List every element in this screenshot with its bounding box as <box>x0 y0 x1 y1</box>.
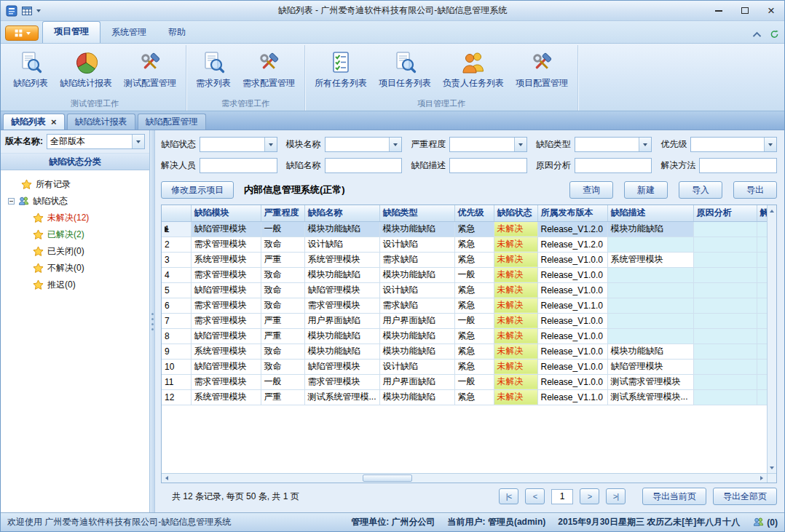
grid-cell[interactable]: 致命 <box>261 298 304 313</box>
grid-row-3[interactable]: 3系统管理模块严重系统管理模块需求缺陷紧急未解决Release_V1.0.0系统… <box>162 252 767 267</box>
filter-priority-combo[interactable] <box>690 137 777 152</box>
grid-column-header[interactable]: 解决方法 <box>757 205 767 221</box>
grid-cell[interactable]: 设计缺陷 <box>379 359 454 374</box>
grid-cell[interactable]: 设计缺陷 <box>379 237 454 252</box>
filter-solution-input[interactable] <box>699 158 777 173</box>
grid-cell[interactable] <box>693 267 757 282</box>
tree-item-postponed[interactable]: 推迟(0) <box>2 277 148 293</box>
grid-cell[interactable] <box>693 252 757 267</box>
scroll-down-icon[interactable] <box>767 464 777 472</box>
dropdown-icon[interactable] <box>264 138 277 151</box>
grid-row-7[interactable]: 7需求管理模块严重用户界面缺陷用户界面缺陷一般未解决Release_V1.0.0 <box>162 313 767 328</box>
grid-cell[interactable] <box>757 252 767 267</box>
grid-cell[interactable]: 需求管理模块 <box>191 313 261 328</box>
grid-column-header[interactable]: 严重程度 <box>261 205 304 221</box>
collapse-ribbon-icon[interactable] <box>752 30 762 39</box>
grid-cell[interactable] <box>607 298 693 313</box>
prev-page-button[interactable]: < <box>525 488 545 504</box>
ribbon-button-req-list[interactable]: 需求列表 <box>191 47 236 92</box>
filter-defect-desc-input[interactable] <box>449 158 527 173</box>
grid-cell[interactable] <box>757 328 767 344</box>
grid-cell[interactable] <box>607 267 693 282</box>
grid-cell[interactable]: 模块功能缺陷 <box>379 389 454 405</box>
grid-cell[interactable]: 紧急 <box>454 221 494 237</box>
grid-cell[interactable]: 模块功能缺陷 <box>607 344 693 359</box>
filter-severity-combo[interactable] <box>449 137 527 152</box>
export-current-page-button[interactable]: 导出当前页 <box>642 488 706 505</box>
grid-cell[interactable]: 紧急 <box>454 359 494 374</box>
ribbon-button-owner-tasks[interactable]: 负责人任务列表 <box>438 47 509 92</box>
grid-cell[interactable]: 系统管理模块 <box>304 252 379 267</box>
grid-cell[interactable]: 紧急 <box>454 252 494 267</box>
tree-item-all-records[interactable]: 所有记录 <box>2 176 148 193</box>
doc-tab-defect-config[interactable]: 缺陷配置管理 <box>138 114 206 130</box>
grid-cell[interactable]: 未解决 <box>494 267 537 282</box>
row-number-cell[interactable]: 6 <box>162 298 191 313</box>
grid-cell[interactable]: 用户界面缺陷 <box>379 374 454 389</box>
row-number-cell[interactable]: 4 <box>162 267 191 282</box>
grid-cell[interactable]: Release_V1.2.0 <box>537 237 607 252</box>
ribbon-tab-project-mgmt[interactable]: 项目管理 <box>42 21 100 43</box>
filter-defect-type-combo[interactable] <box>575 137 652 152</box>
grid-cell[interactable]: 模块功能缺陷 <box>304 267 379 282</box>
grid-cell[interactable]: Release_V1.0.0 <box>537 328 607 344</box>
grid-cell[interactable]: 未解决 <box>494 298 537 313</box>
filter-defect-name-input[interactable] <box>325 158 403 173</box>
grid-cell[interactable] <box>693 313 757 328</box>
grid-cell[interactable]: 用户界面缺陷 <box>304 313 379 328</box>
grid-cell[interactable]: 严重 <box>261 313 304 328</box>
dropdown-icon[interactable] <box>389 138 401 151</box>
tree-item-unresolved[interactable]: 未解决(12) <box>2 210 148 226</box>
grid-cell[interactable]: 需求管理模块 <box>191 374 261 389</box>
grid-row-12[interactable]: 12系统管理模块严重测试系统管理模...模块功能缺陷紧急未解决Release_V… <box>162 389 767 405</box>
grid-cell[interactable]: 紧急 <box>454 344 494 359</box>
app-icon[interactable] <box>6 5 17 17</box>
ribbon-button-test-config[interactable]: 测试配置管理 <box>119 47 181 92</box>
grid-cell[interactable] <box>607 328 693 344</box>
grid-cell[interactable] <box>757 374 767 389</box>
grid-column-header[interactable]: 缺陷类型 <box>379 205 454 221</box>
grid-cell[interactable]: Release_V1.0.0 <box>537 359 607 374</box>
grid-cell[interactable]: 模块功能缺陷 <box>607 221 693 237</box>
grid-cell[interactable]: 严重 <box>261 389 304 405</box>
ribbon-tab-help[interactable]: 帮助 <box>157 23 197 43</box>
grid-cell[interactable]: Release_V1.0.0 <box>537 267 607 282</box>
maximize-button[interactable] <box>732 2 758 20</box>
grid-cell[interactable]: 需求管理模块 <box>191 237 261 252</box>
grid-cell[interactable]: 严重 <box>261 252 304 267</box>
grid-cell[interactable] <box>757 267 767 282</box>
row-number-cell[interactable]: 1 <box>162 221 191 237</box>
grid-cell[interactable]: 紧急 <box>454 328 494 344</box>
minimize-button[interactable] <box>706 2 732 20</box>
row-number-cell[interactable]: 7 <box>162 313 191 328</box>
grid-row-6[interactable]: 6需求管理模块致命需求管理模块需求缺陷紧急未解决Release_V1.1.0 <box>162 298 767 313</box>
grid-cell[interactable] <box>693 328 757 344</box>
grid-cell[interactable] <box>693 298 757 313</box>
grid-cell[interactable]: Release_V1.1.0 <box>537 298 607 313</box>
grid-cell[interactable]: Release_V1.0.0 <box>537 313 607 328</box>
tree-item-resolved[interactable]: 已解决(2) <box>2 226 148 243</box>
grid-cell[interactable]: 模块功能缺陷 <box>379 344 454 359</box>
scroll-left-icon[interactable] <box>162 475 172 483</box>
grid-cell[interactable]: 严重 <box>261 328 304 344</box>
last-page-button[interactable]: >| <box>606 488 626 504</box>
query-button[interactable]: 查询 <box>569 181 613 199</box>
grid-cell[interactable]: 缺陷管理模块 <box>304 359 379 374</box>
grid-column-header[interactable]: 缺陷状态 <box>494 205 537 221</box>
grid-cell[interactable]: 未解决 <box>494 252 537 267</box>
grid-cell[interactable]: 未解决 <box>494 313 537 328</box>
row-number-cell[interactable]: 8 <box>162 328 191 344</box>
grid-row-11[interactable]: 11需求管理模块一般需求管理模块用户界面缺陷一般未解决Release_V1.0.… <box>162 374 767 389</box>
horizontal-scrollbar[interactable] <box>162 473 767 483</box>
filter-resolver-input[interactable] <box>200 158 277 173</box>
row-number-cell[interactable]: 3 <box>162 252 191 267</box>
grid-cell[interactable]: 未解决 <box>494 328 537 344</box>
tree-item-defect-status[interactable]: 缺陷状态 <box>2 193 148 210</box>
grid-row-5[interactable]: 5缺陷管理模块致命缺陷管理模块设计缺陷紧急未解决Release_V1.0.0 <box>162 282 767 298</box>
grid-cell[interactable]: 需求管理模块 <box>191 298 261 313</box>
grid-cell[interactable]: 模块功能缺陷 <box>379 328 454 344</box>
grid-column-header[interactable]: 优先级 <box>454 205 494 221</box>
grid-row-4[interactable]: 4需求管理模块致命模块功能缺陷模块功能缺陷一般未解决Release_V1.0.0 <box>162 267 767 282</box>
page-number-input[interactable] <box>551 489 573 504</box>
grid-row-8[interactable]: 8缺陷管理模块严重模块功能缺陷模块功能缺陷紧急未解决Release_V1.0.0 <box>162 328 767 344</box>
